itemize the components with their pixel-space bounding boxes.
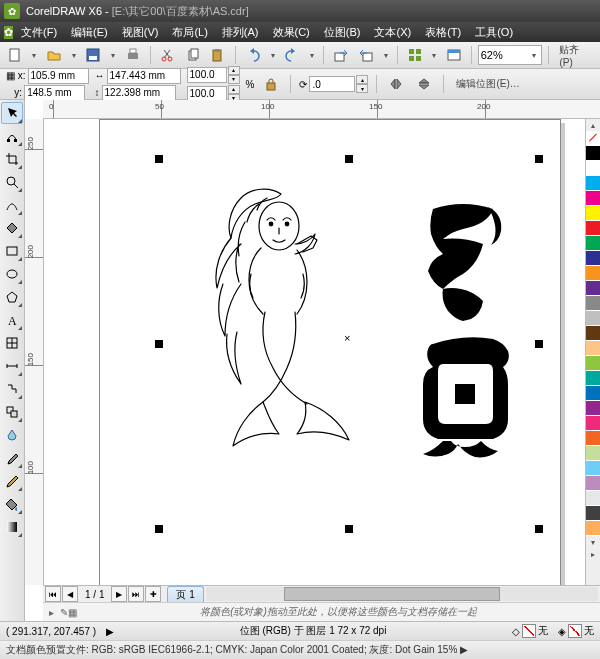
menu-file[interactable]: 文件(F) (15, 23, 63, 42)
smart-fill-tool[interactable] (1, 217, 23, 239)
freehand-tool[interactable] (1, 194, 23, 216)
swatch-21[interactable] (586, 461, 600, 476)
menu-icon[interactable]: ✿ (4, 26, 13, 39)
cut-button[interactable] (157, 44, 179, 66)
mirror-v-button[interactable] (413, 73, 435, 95)
palette-up[interactable]: ▴ (586, 119, 600, 131)
outline-tool[interactable] (1, 470, 23, 492)
save-button[interactable] (83, 44, 105, 66)
doc-palette-flyout-icon[interactable]: ▸ (49, 607, 54, 618)
open-button[interactable] (43, 44, 65, 66)
rotation-field[interactable]: .0 (309, 76, 355, 92)
swatch-13[interactable] (586, 341, 600, 356)
zoom-combo[interactable]: 62%▾ (478, 45, 543, 65)
swatch-18[interactable] (586, 416, 600, 431)
prev-page-button[interactable]: ◀ (62, 586, 78, 602)
handle-middle-right[interactable] (535, 340, 543, 348)
undo-button[interactable] (242, 44, 264, 66)
next-page-button[interactable]: ▶ (111, 586, 127, 602)
lock-ratio-button[interactable] (260, 73, 282, 95)
x-field[interactable]: 105.9 mm (28, 68, 89, 84)
welcome-button[interactable] (443, 44, 465, 66)
swatch-12[interactable] (586, 326, 600, 341)
redo-button[interactable] (282, 44, 304, 66)
snap-label[interactable]: 贴齐(P) (555, 43, 596, 68)
ellipse-tool[interactable] (1, 263, 23, 285)
swatch-23[interactable] (586, 491, 600, 506)
status-flyout-icon[interactable]: ▶ (106, 626, 114, 637)
horizontal-ruler[interactable]: 0 50 100 150 200 (43, 100, 600, 119)
redo-dropdown[interactable]: ▾ (307, 45, 317, 65)
fill-tool[interactable] (1, 493, 23, 515)
swatch-19[interactable] (586, 431, 600, 446)
scale-x-field[interactable]: 100.0 (187, 67, 227, 83)
outline-indicator[interactable]: ◈无 (558, 624, 594, 638)
interactive-tool[interactable] (1, 401, 23, 423)
handle-top-left[interactable] (155, 155, 163, 163)
swatch-20[interactable] (586, 446, 600, 461)
swatch-3[interactable] (586, 191, 600, 206)
handle-middle-left[interactable] (155, 340, 163, 348)
swatch-16[interactable] (586, 386, 600, 401)
handle-bottom-middle[interactable] (345, 525, 353, 533)
height-field[interactable]: 122.398 mm (102, 85, 176, 101)
swatch-22[interactable] (586, 476, 600, 491)
edit-bitmap-button[interactable]: 编辑位图(E)… (452, 77, 523, 91)
mirror-h-button[interactable] (385, 73, 407, 95)
first-page-button[interactable]: ⏮ (45, 586, 61, 602)
rectangle-tool[interactable] (1, 240, 23, 262)
swatch-8[interactable] (586, 266, 600, 281)
connector-tool[interactable] (1, 378, 23, 400)
menu-arrange[interactable]: 排列(A) (216, 23, 265, 42)
swatch-15[interactable] (586, 371, 600, 386)
vertical-ruler[interactable]: 250 200 150 100 (25, 119, 44, 585)
handle-bottom-left[interactable] (155, 525, 163, 533)
new-button[interactable] (4, 44, 26, 66)
swatch-7[interactable] (586, 251, 600, 266)
table-tool[interactable] (1, 332, 23, 354)
zoom-tool[interactable] (1, 171, 23, 193)
palette-down[interactable]: ▾ (586, 536, 600, 548)
swatch-1[interactable] (586, 161, 600, 176)
swatch-2[interactable] (586, 176, 600, 191)
rot-down[interactable]: ▾ (356, 84, 368, 93)
swatch-24[interactable] (586, 506, 600, 521)
last-page-button[interactable]: ⏭ (128, 586, 144, 602)
swatch-10[interactable] (586, 296, 600, 311)
swatch-9[interactable] (586, 281, 600, 296)
menu-tools[interactable]: 工具(O) (469, 23, 519, 42)
swatch-11[interactable] (586, 311, 600, 326)
swatch-0[interactable] (586, 146, 600, 161)
handle-bottom-right[interactable] (535, 525, 543, 533)
text-tool[interactable]: A (1, 309, 23, 331)
menu-layout[interactable]: 布局(L) (166, 23, 213, 42)
menu-bitmaps[interactable]: 位图(B) (318, 23, 367, 42)
copy-button[interactable] (182, 44, 204, 66)
width-field[interactable]: 147.443 mm (107, 68, 181, 84)
export-dropdown[interactable]: ▾ (381, 45, 391, 65)
interactive-fill-tool[interactable] (1, 516, 23, 538)
open-dropdown[interactable]: ▾ (69, 45, 79, 65)
print-button[interactable] (122, 44, 144, 66)
handle-top-middle[interactable] (345, 155, 353, 163)
save-dropdown[interactable]: ▾ (108, 45, 118, 65)
import-button[interactable] (330, 44, 352, 66)
menu-view[interactable]: 视图(V) (116, 23, 165, 42)
app-launcher-dropdown[interactable]: ▾ (429, 45, 439, 65)
page-tab-1[interactable]: 页 1 (167, 586, 203, 602)
paste-button[interactable] (208, 44, 230, 66)
rot-up[interactable]: ▴ (356, 75, 368, 84)
drawing-canvas[interactable]: × (44, 119, 585, 585)
fill-indicator[interactable]: ◇无 (512, 624, 548, 638)
polygon-tool[interactable] (1, 286, 23, 308)
scale-x-down[interactable]: ▾ (228, 75, 240, 84)
eyedropper-tool[interactable] (1, 447, 23, 469)
handle-top-right[interactable] (535, 155, 543, 163)
shape-tool[interactable] (1, 125, 23, 147)
transparency-tool[interactable] (1, 424, 23, 446)
export-button[interactable] (355, 44, 377, 66)
scale-x-up[interactable]: ▴ (228, 66, 240, 75)
y-field[interactable]: 148.5 mm (24, 85, 85, 101)
swatch-6[interactable] (586, 236, 600, 251)
app-launcher-button[interactable] (404, 44, 426, 66)
